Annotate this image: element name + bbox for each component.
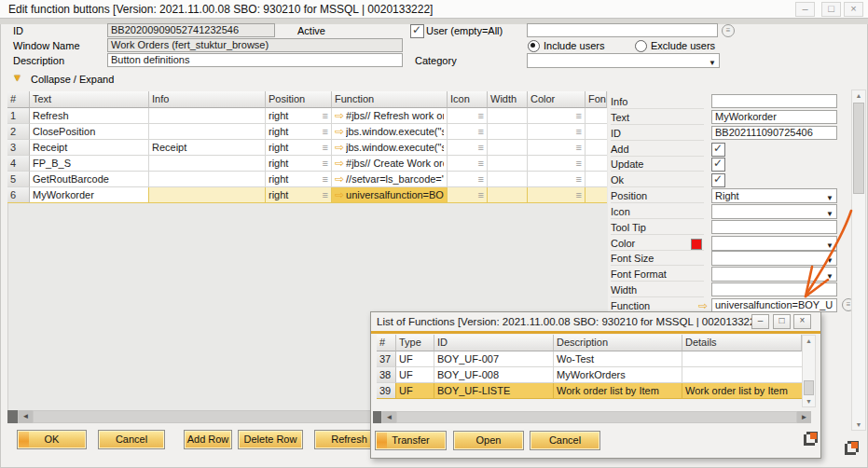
collapse-expand-link[interactable]: Collapse / Expand [31,74,114,85]
table-row[interactable]: 38 UF BOY_UF-008 MyWorkOrders [377,367,802,383]
table-row-selected[interactable]: 6 MyWorkorder right≡ universalfunction=B… [7,187,607,203]
font-format-select[interactable] [711,267,837,282]
scroll-left-icon[interactable]: ◄ [382,411,396,423]
cell-icon[interactable]: ≡ [448,172,488,187]
scrollbar-thumb[interactable] [373,411,381,423]
menu-icon[interactable]: ≡ [576,142,582,153]
menu-icon[interactable]: ≡ [576,173,582,185]
cell-color[interactable]: ≡ [528,187,586,203]
menu-icon[interactable]: ≡ [323,140,328,155]
minimize-button[interactable]: – [795,2,815,17]
scroll-down-icon[interactable]: ▼ [803,398,815,405]
row-number[interactable]: 38 [377,367,396,383]
menu-icon[interactable]: ≡ [478,173,484,185]
header-width[interactable]: Width [488,91,528,108]
text-input[interactable]: MyWorkorder [711,110,837,124]
cell-text[interactable]: ClosePosition [30,124,149,140]
minimize-button[interactable]: – [751,314,769,329]
cell-text[interactable]: Receipt [30,140,149,156]
open-button[interactable]: Open [453,431,524,450]
cell-info[interactable] [149,172,266,187]
link-arrow-icon[interactable] [335,187,344,202]
horizontal-scrollbar[interactable]: ◄ ► [373,411,811,423]
close-button[interactable]: × [844,2,863,17]
cell-function[interactable]: //setvar=ls_barcode="" [332,172,448,187]
cell-info[interactable] [149,124,266,140]
row-number[interactable]: 2 [7,124,30,140]
cell-text[interactable]: MyWorkorder [30,187,149,203]
cell-details[interactable]: Work order list by Item [682,383,802,399]
tooltip-input[interactable] [711,220,837,234]
cell-id[interactable]: BOY_UF-008 [434,367,554,383]
cell-function[interactable]: jbs.window.execute("sta [332,124,448,140]
active-checkbox[interactable] [410,24,424,38]
user-input[interactable] [527,23,718,37]
function-input[interactable]: universalfunction=BOY_U [711,298,837,312]
row-number[interactable]: 5 [7,172,30,187]
cell-color[interactable]: ≡ [528,124,586,140]
menu-icon[interactable]: ≡ [478,142,484,153]
cell-icon[interactable]: ≡ [448,156,488,172]
table-row[interactable]: 4 FP_B_S right≡ #jbs// Create Work ord ≡… [7,156,607,172]
link-arrow-icon[interactable] [335,140,344,155]
cell-position[interactable]: right≡ [266,108,332,124]
header-id[interactable]: ID [434,335,554,351]
cell-description[interactable]: Wo-Test [554,351,682,367]
cell-color[interactable]: ≡ [528,156,586,172]
menu-icon[interactable]: ≡ [478,110,484,121]
header-text[interactable]: Text [30,91,149,108]
exclude-users-radio[interactable] [635,40,647,52]
update-checkbox[interactable] [711,158,725,172]
menu-icon[interactable]: ≡ [323,187,328,202]
cell-font[interactable] [586,156,607,172]
vertical-scrollbar[interactable]: ▲ ▼ [802,335,816,407]
cell-font[interactable] [586,124,607,140]
menu-icon[interactable]: ≡ [576,110,582,121]
header-num[interactable]: # [7,91,30,108]
row-number[interactable]: 39 [377,383,396,399]
header-type[interactable]: Type [396,335,434,351]
id-input[interactable]: BB202111090725406 [711,126,837,140]
scroll-up-icon[interactable]: ▲ [803,337,815,344]
cell-width[interactable] [488,156,528,172]
cell-font[interactable] [586,108,607,124]
link-arrow-icon[interactable] [335,124,344,139]
cancel-button[interactable]: Cancel [98,430,165,449]
scroll-up-icon[interactable]: ▲ [852,92,865,99]
cell-position[interactable]: right≡ [266,187,332,203]
add-row-button[interactable]: Add Row [184,430,232,449]
menu-icon[interactable]: ≡ [576,189,582,200]
collapse-triangle-icon[interactable]: ▼ [12,72,22,83]
row-number[interactable]: 3 [7,140,30,156]
color-swatch[interactable] [691,239,702,250]
header-info[interactable]: Info [149,91,266,108]
link-arrow-icon[interactable] [335,156,344,171]
cell-position[interactable]: right≡ [266,172,332,187]
cell-description[interactable]: MyWorkOrders [554,367,682,383]
delete-row-button[interactable]: Delete Row [238,430,303,449]
cell-font[interactable] [586,187,607,203]
table-row[interactable]: 3 Receipt Receipt right≡ jbs.window.exec… [7,140,607,156]
id-field[interactable]: BB20200909052741232546 [107,23,275,37]
cell-details[interactable] [682,367,802,383]
scrollbar-thumb[interactable] [853,103,864,194]
cell-description[interactable]: Work order list by Item [554,383,682,399]
cell-text[interactable]: GetRoutBarcode [30,172,149,187]
maximize-button[interactable]: □ [821,2,841,17]
cell-icon[interactable]: ≡ [448,108,488,124]
add-checkbox[interactable] [711,143,725,157]
cell-details[interactable] [682,351,802,367]
header-icon[interactable]: Icon [448,91,488,108]
cell-color[interactable]: ≡ [528,108,586,124]
header-num[interactable]: # [377,335,396,351]
transfer-button[interactable]: Transfer [375,431,447,450]
scroll-down-icon[interactable]: ▼ [852,421,865,428]
maximize-button[interactable]: □ [773,314,791,329]
cell-info[interactable] [149,187,266,203]
row-number[interactable]: 6 [7,187,30,203]
menu-icon[interactable]: ≡ [576,158,582,169]
form-settings-icon[interactable] [804,432,818,446]
scroll-right-icon[interactable]: ► [797,411,811,423]
menu-icon[interactable]: ≡ [323,108,328,123]
form-settings-icon[interactable] [845,441,859,455]
